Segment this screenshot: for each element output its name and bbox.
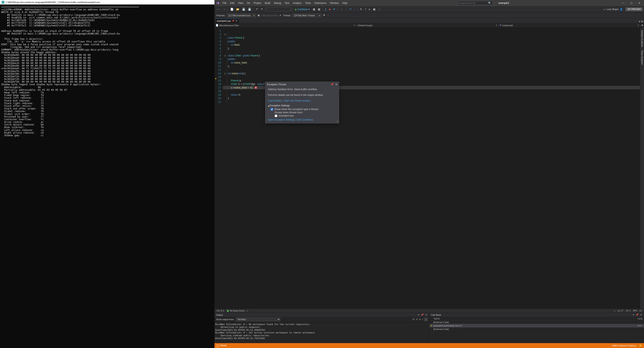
resize-grip-icon[interactable]: ⠿ [337,120,338,123]
output-tb-icon-5[interactable]: ⊞ [424,318,428,321]
panel-close-icon[interactable]: ✕ [640,313,642,316]
split-view-icon[interactable]: ⊞ [640,24,644,27]
add-source-control-button[interactable]: ↑ Add to Source Control ▴ [611,344,636,347]
scope-class[interactable]: (Global Scope) [356,24,498,27]
code-line[interactable]: │ int extra_field; [223,61,640,65]
maximize-button[interactable]: ▢ [628,1,634,5]
code-text-area[interactable]: ⊟│ │class Parent { │public: │ int field;… [223,28,640,309]
code-line[interactable]: │public: [223,57,640,61]
show-next-stmt-button[interactable]: → [339,7,344,11]
thread-combo[interactable]: [24756] Main Thread [293,14,321,17]
exception-settings-header[interactable]: Exception Settings [268,104,336,107]
panel-dropdown-icon[interactable]: ▾ [418,313,420,316]
code-line[interactable]: │public: [223,40,640,43]
edit-conditions-link[interactable]: Edit Conditions [297,118,313,121]
tb-misc-3[interactable]: ▸ [368,7,371,11]
code-line[interactable]: │ int field; [223,43,640,47]
feedback-icon[interactable]: 👤 [620,8,623,11]
config-combo[interactable] [266,7,291,11]
output-tb-icon-1[interactable]: |≣ [412,318,415,321]
process-combo[interactable]: [11708] example3.exe [227,14,256,17]
code-line[interactable]: │ [223,68,640,72]
code-line[interactable]: │class Parent { [223,36,640,40]
code-line[interactable]: │}; [223,47,640,50]
code-line[interactable]: ⊟│ [223,33,640,36]
team-explorer-tab[interactable]: Team Explorer [640,49,644,66]
pin-popup-icon[interactable]: 📌 [330,83,334,86]
menu-project[interactable]: Project [252,1,263,5]
menu-extensions[interactable]: Extensions [313,1,328,5]
tb-misc-2[interactable]: ⤴ [364,7,367,11]
zoom-level[interactable]: 111 %▾ [216,310,224,312]
tb-misc-5[interactable]: ⋮ [377,7,382,11]
solution-explorer-tab[interactable]: Solution Explorer [640,29,644,49]
nav-fwd-button[interactable]: → [222,7,227,11]
break-on-throw-checkbox[interactable]: Break when this exception type is thrown [270,108,336,111]
nav-back-button[interactable]: ◦← [216,7,221,11]
callstack-rows[interactable]: [External Code]➜example3.exe!main() Line… [429,321,644,343]
open-exception-settings-link[interactable]: Open Exception Settings [268,118,294,121]
output-tb-icon-4[interactable]: ≡ [422,318,423,321]
code-line[interactable]: ⊟│int main(void) { [223,72,640,75]
menu-window[interactable]: Window [328,1,340,5]
output-tb-icon-2[interactable]: ≣ [416,318,418,321]
output-text[interactable]: RichNav Information: 0 : No workspace fo… [214,322,429,343]
redo-button[interactable]: ↷ [260,7,264,11]
undo-button[interactable]: ↶ [255,7,259,11]
stop-debug-button[interactable]: ■ [328,7,332,11]
continue-button[interactable]: ▶Continue▾ [294,7,311,11]
tb-misc-1[interactable]: ↻ [359,7,363,11]
tab-example3[interactable]: example3.cpp 📌 ✕ [215,19,239,23]
restart-button[interactable]: ⟳ [332,7,336,11]
callstack-row[interactable]: [External Code] [429,327,644,331]
step-out-button[interactable]: ↑ [353,7,356,11]
close-popup-icon[interactable]: ✕ [335,83,337,86]
except-from-item[interactable]: example3.exe [275,114,336,117]
panel-pin-icon[interactable]: 📌 [635,313,639,316]
lifecycle-icon[interactable]: ▦ [258,14,260,17]
code-editor[interactable]: ➤ 123456789101112131415161718192021 ⊟│ │… [214,28,640,309]
callstack-row[interactable]: ➜example3.exe!main() Line 17C++ [429,324,644,327]
pin-tab-icon[interactable]: 📌 [232,20,234,22]
tb-icon-2[interactable]: ▦ [317,7,321,11]
copy-details-link[interactable]: Copy Details [268,99,282,102]
menu-file[interactable]: File [221,1,228,5]
callstack-row[interactable]: [External Code] [429,321,644,324]
output-source-combo[interactable]: RichNav [236,317,280,321]
tab-settings-icon[interactable]: ⚙ [641,20,643,23]
new-item-button[interactable]: 📄 [229,7,234,11]
open-file-button[interactable]: 📂 [235,7,240,11]
step-over-button[interactable]: ↷ [348,7,352,11]
panel-pin-icon[interactable]: 📌 [420,313,424,316]
menu-debug[interactable]: Debug [272,1,282,5]
search-input[interactable] [460,2,488,4]
live-share-button[interactable]: Live Share [607,8,618,11]
notifications-icon[interactable]: 🔔 [639,344,642,347]
scope-project[interactable]: 📄Miscellaneous Files [214,24,356,27]
code-line[interactable]: ⊟│class Child : public Parent { [223,54,640,58]
step-into-button[interactable]: ↓ [344,7,348,11]
code-line[interactable]: │}; [223,64,640,68]
menu-view[interactable]: View [236,1,245,5]
tb-icon-1[interactable]: ▦ [312,7,316,11]
minimize-button[interactable]: — [620,1,626,5]
error-indicator[interactable]: No issues found [227,310,244,312]
menu-tools[interactable]: Tools [304,1,312,5]
panel-close-icon[interactable]: ✕ [425,313,428,316]
menu-test[interactable]: Test [283,1,291,5]
menu-build[interactable]: Build [263,1,272,5]
output-tb-icon-3[interactable]: ≣ [419,318,421,321]
console-titlebar[interactable]: C:\MSDN\cpp-docs-pr\docs\c-language\ASAN… [0,0,214,5]
save-button[interactable]: 💾 [241,7,246,11]
panel-dropdown-icon[interactable]: ▾ [632,313,634,316]
tab-dropdown-icon[interactable]: ▾ [639,20,640,23]
menu-git[interactable]: Git [245,1,252,5]
start-liveshare-link[interactable]: Start Live Share session... [284,99,312,102]
menu-analyze[interactable]: Analyze [291,1,303,5]
quick-search[interactable]: 🔍 [458,1,493,5]
menu-help[interactable]: Help [341,1,349,5]
close-tab-icon[interactable]: ✕ [236,20,237,22]
code-line[interactable]: │ [223,50,640,54]
scope-member[interactable]: ⚙main(void) [498,24,640,27]
break-all-button[interactable]: ‖ [324,7,327,11]
